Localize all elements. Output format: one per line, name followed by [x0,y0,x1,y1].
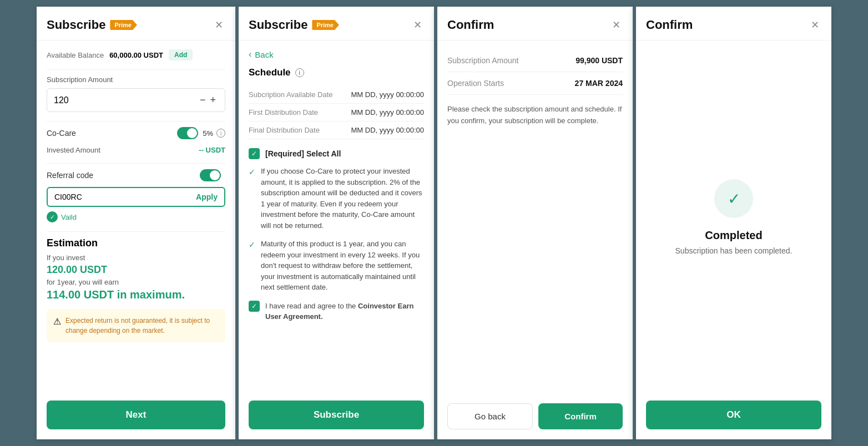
balance-value: 60,000.00 USDT [109,51,163,59]
amount-input-row: − + [47,88,225,112]
schedule-info-icon[interactable]: i [295,68,304,77]
completed-check-icon: ✓ [728,190,740,208]
subscription-label: Subscription Amount [47,75,225,84]
completed-area: ✓ Completed Subscription has been comple… [636,40,831,394]
balance-label: Available Balance [47,51,104,59]
schedule-title: Schedule i [249,67,424,78]
valid-text: Vaild [61,213,77,221]
estimation-earn: 114.00 USDT in maximum. [47,288,225,301]
term-text-2: Maturity of this product is 1 year, and … [261,239,424,293]
schedule-row-0: Subcription Available Date MM DD, yyyy 0… [249,86,424,104]
subscribe-button[interactable]: Subscribe [249,401,424,429]
schedule-key-2: Final Distribution Date [249,126,320,134]
panel1-close-button[interactable]: ✕ [213,17,225,33]
panel2-footer: Subscribe [239,394,434,439]
increment-button[interactable]: + [208,94,218,106]
panel-schedule: Subscribe Prime ✕ ‹ Back Schedule i Subc… [235,7,434,439]
panel2-close-button[interactable]: ✕ [411,17,424,33]
confirm-note: Please check the subscription amount and… [447,104,623,127]
panels-container: Subscribe Prime ✕ Available Balance 60,0… [37,7,831,439]
panel4-title: Confirm [646,18,693,32]
estimation-if: If you invest [47,254,225,262]
term-text-1: If you choose Co-Care to protect your in… [261,166,424,231]
estimation-title: Estimation [47,237,225,249]
valid-row: ✓ Vaild [47,211,225,222]
warning-box: ⚠ Expected return is not guaranteed, it … [47,309,225,342]
panel3-close-icon: ✕ [612,19,620,31]
warning-text: Expected return is not guaranteed, it is… [65,316,219,336]
term-item-2: ✓ Maturity of this product is 1 year, an… [249,239,424,293]
minus-icon: − [200,94,206,105]
referral-row: Referral code [47,169,225,181]
referral-input[interactable] [54,192,196,201]
referral-toggle[interactable] [200,169,221,181]
confirm-subscription-label: Subscription Amount [447,56,518,65]
cocare-info-icon[interactable]: i [216,129,225,138]
referral-label: Referral code [47,171,200,180]
schedule-table: Subcription Available Date MM DD, yyyy 0… [249,86,424,139]
schedule-title-text: Schedule [249,67,291,78]
balance-row: Available Balance 60,000.00 USDT Add [47,49,225,60]
decrement-button[interactable]: − [198,94,208,106]
panel2-header: Subscribe Prime ✕ [239,7,434,40]
panel2-body: ‹ Back Schedule i Subcription Available … [239,40,434,394]
select-all-row: ✓ [Required] Select All [249,148,424,159]
term-check-1: ✓ [249,166,255,231]
schedule-key-1: First Distribution Date [249,108,318,116]
panel4-header: Confirm ✕ [636,7,831,40]
panel1-body: Available Balance 60,000.00 USDT Add Sub… [37,40,235,394]
next-button[interactable]: Next [47,401,225,429]
terms-list: ✓ If you choose Co-Care to protect your … [249,166,424,293]
panel4-close-button[interactable]: ✕ [809,17,821,33]
schedule-val-0: MM DD, yyyy 00:00:00 [351,90,425,99]
confirm-operation-label: Operation Starts [447,79,504,88]
divider1 [47,69,225,70]
apply-button[interactable]: Apply [196,192,218,201]
checkbox-section: ✓ [Required] Select All ✓ If you choose … [249,148,424,322]
agreement-text: I have read and agree to the Coinvestor … [265,301,424,322]
cocare-label: Co-Care [47,129,177,138]
estimation-for: for 1year, you will earn [47,278,225,286]
panel2-title-text: Subscribe [249,18,307,32]
back-chevron-icon: ‹ [249,49,251,59]
go-back-button[interactable]: Go back [447,403,533,429]
panel3-header: Confirm ✕ [437,7,633,40]
divider2 [47,121,225,121]
schedule-row-1: First Distribution Date MM DD, yyyy 00:0… [249,104,424,121]
schedule-val-1: MM DD, yyyy 00:00:00 [351,108,425,116]
completed-sub: Subscription has been completed. [675,246,793,255]
panel-confirm: Confirm ✕ Subscription Amount 99,900 USD… [434,7,633,439]
confirm-button[interactable]: Confirm [538,403,623,429]
term-check-2: ✓ [249,239,255,293]
amount-input[interactable] [54,95,198,105]
select-all-label: [Required] Select All [265,149,341,158]
panel-completed: Confirm ✕ ✓ Completed Subscription has b… [633,7,831,439]
ok-button[interactable]: OK [646,401,821,429]
invested-row: Invested Amount -- USDT [47,146,225,154]
cocare-toggle[interactable] [177,127,198,139]
confirm-subscription-row: Subscription Amount 99,900 USDT [447,49,623,72]
confirm-operation-row: Operation Starts 27 MAR 2024 [447,72,623,95]
cocare-pct: 5% [203,129,213,138]
plus-icon: + [210,94,216,105]
completed-title: Completed [705,229,762,242]
completed-circle: ✓ [714,179,753,218]
back-label: Back [255,50,273,59]
select-all-checkbox[interactable]: ✓ [249,148,260,159]
cocare-row: Co-Care 5% i [47,127,225,139]
schedule-key-0: Subcription Available Date [249,90,333,99]
panel3-title: Confirm [447,18,494,32]
back-button[interactable]: ‹ Back [249,49,274,59]
panel3-close-button[interactable]: ✕ [610,17,623,33]
schedule-val-2: MM DD, yyyy 00:00:00 [351,126,425,134]
panel2-prime-badge: Prime [312,20,339,30]
add-button[interactable]: Add [169,49,193,60]
panel2-title: Subscribe Prime [249,18,339,32]
valid-check-icon: ✓ [47,211,58,222]
schedule-row-2: Final Distribution Date MM DD, yyyy 00:0… [249,121,424,139]
panel1-header: Subscribe Prime ✕ [37,7,235,40]
agreement-checkbox[interactable]: ✓ [249,301,260,312]
panel3-footer: Go back Confirm [437,397,633,439]
confirm-subscription-value: 99,900 USDT [576,56,623,65]
agreement-row: ✓ I have read and agree to the Coinvesto… [249,301,424,322]
